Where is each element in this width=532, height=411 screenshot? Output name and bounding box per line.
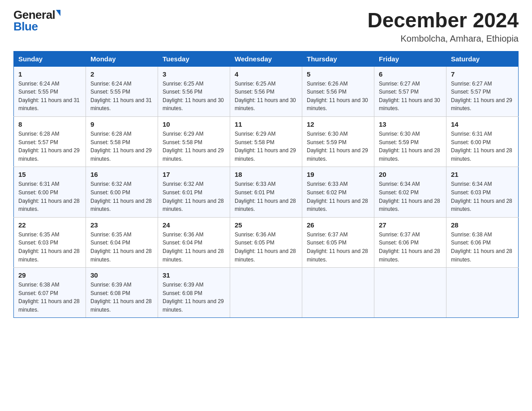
logo: General Blue [13, 9, 60, 32]
day-info: Sunrise: 6:28 AMSunset: 5:58 PMDaylight:… [90, 130, 153, 163]
calendar-cell: 12Sunrise: 6:30 AMSunset: 5:59 PMDayligh… [302, 116, 374, 167]
logo-general-text: General [13, 9, 55, 21]
calendar-cell: 29Sunrise: 6:38 AMSunset: 6:07 PMDayligh… [14, 268, 86, 318]
header-tuesday: Tuesday [158, 51, 230, 66]
day-info: Sunrise: 6:27 AMSunset: 5:57 PMDaylight:… [451, 80, 514, 113]
day-info: Sunrise: 6:37 AMSunset: 6:06 PMDaylight:… [379, 231, 442, 264]
calendar-cell [446, 268, 519, 318]
day-number: 5 [307, 70, 369, 78]
day-number: 6 [379, 70, 442, 78]
day-number: 8 [18, 120, 81, 128]
calendar-week-row: 15Sunrise: 6:31 AMSunset: 6:00 PMDayligh… [14, 167, 519, 217]
day-info: Sunrise: 6:27 AMSunset: 5:57 PMDaylight:… [379, 80, 442, 113]
calendar-cell: 6Sunrise: 6:27 AMSunset: 5:57 PMDaylight… [374, 66, 446, 116]
day-number: 12 [307, 120, 369, 128]
calendar-cell: 28Sunrise: 6:38 AMSunset: 6:06 PMDayligh… [446, 217, 519, 267]
calendar-cell: 21Sunrise: 6:34 AMSunset: 6:03 PMDayligh… [446, 167, 519, 217]
calendar-cell: 19Sunrise: 6:33 AMSunset: 6:02 PMDayligh… [302, 167, 374, 217]
calendar-cell: 5Sunrise: 6:26 AMSunset: 5:56 PMDaylight… [302, 66, 374, 116]
day-info: Sunrise: 6:29 AMSunset: 5:58 PMDaylight:… [163, 130, 225, 163]
calendar-cell: 11Sunrise: 6:29 AMSunset: 5:58 PMDayligh… [230, 116, 302, 167]
day-info: Sunrise: 6:34 AMSunset: 6:02 PMDaylight:… [379, 180, 442, 213]
calendar-cell: 13Sunrise: 6:30 AMSunset: 5:59 PMDayligh… [374, 116, 446, 167]
calendar-cell: 25Sunrise: 6:36 AMSunset: 6:05 PMDayligh… [230, 217, 302, 267]
day-info: Sunrise: 6:24 AMSunset: 5:55 PMDaylight:… [18, 80, 81, 113]
calendar-cell: 8Sunrise: 6:28 AMSunset: 5:57 PMDaylight… [14, 116, 86, 167]
calendar-cell: 4Sunrise: 6:25 AMSunset: 5:56 PMDaylight… [230, 66, 302, 116]
calendar-week-row: 22Sunrise: 6:35 AMSunset: 6:03 PMDayligh… [14, 217, 519, 267]
header-saturday: Saturday [446, 51, 519, 66]
day-info: Sunrise: 6:30 AMSunset: 5:59 PMDaylight:… [379, 130, 442, 163]
header-friday: Friday [374, 51, 446, 66]
day-number: 7 [451, 70, 514, 78]
day-info: Sunrise: 6:37 AMSunset: 6:05 PMDaylight:… [307, 231, 369, 264]
header-sunday: Sunday [14, 51, 86, 66]
day-number: 27 [379, 221, 442, 229]
day-number: 17 [163, 171, 225, 178]
calendar-cell: 15Sunrise: 6:31 AMSunset: 6:00 PMDayligh… [14, 167, 86, 217]
day-info: Sunrise: 6:36 AMSunset: 6:04 PMDaylight:… [163, 231, 225, 264]
calendar-week-row: 29Sunrise: 6:38 AMSunset: 6:07 PMDayligh… [14, 268, 519, 318]
day-number: 26 [307, 221, 369, 229]
header-monday: Monday [86, 51, 158, 66]
header-wednesday: Wednesday [230, 51, 302, 66]
calendar-cell: 16Sunrise: 6:32 AMSunset: 6:00 PMDayligh… [86, 167, 158, 217]
day-info: Sunrise: 6:38 AMSunset: 6:07 PMDaylight:… [18, 281, 81, 314]
calendar-cell [374, 268, 446, 318]
day-info: Sunrise: 6:31 AMSunset: 6:00 PMDaylight:… [451, 130, 514, 163]
calendar-cell: 17Sunrise: 6:32 AMSunset: 6:01 PMDayligh… [158, 167, 230, 217]
calendar-cell: 18Sunrise: 6:33 AMSunset: 6:01 PMDayligh… [230, 167, 302, 217]
day-info: Sunrise: 6:32 AMSunset: 6:01 PMDaylight:… [163, 180, 225, 213]
calendar-cell: 3Sunrise: 6:25 AMSunset: 5:56 PMDaylight… [158, 66, 230, 116]
calendar-cell: 31Sunrise: 6:39 AMSunset: 6:08 PMDayligh… [158, 268, 230, 318]
day-number: 23 [90, 221, 153, 229]
day-number: 16 [90, 171, 153, 178]
header-thursday: Thursday [302, 51, 374, 66]
day-number: 2 [90, 70, 153, 78]
day-info: Sunrise: 6:33 AMSunset: 6:01 PMDaylight:… [235, 180, 297, 213]
day-number: 14 [451, 120, 514, 128]
day-info: Sunrise: 6:36 AMSunset: 6:05 PMDaylight:… [235, 231, 297, 264]
day-info: Sunrise: 6:29 AMSunset: 5:58 PMDaylight:… [235, 130, 297, 163]
logo-triangle-icon [56, 10, 60, 16]
calendar-cell: 26Sunrise: 6:37 AMSunset: 6:05 PMDayligh… [302, 217, 374, 267]
day-info: Sunrise: 6:32 AMSunset: 6:00 PMDaylight:… [90, 180, 153, 213]
day-number: 19 [307, 171, 369, 178]
calendar-header-row: SundayMondayTuesdayWednesdayThursdayFrid… [14, 51, 519, 66]
day-info: Sunrise: 6:35 AMSunset: 6:03 PMDaylight:… [18, 231, 81, 264]
day-number: 15 [18, 171, 81, 178]
calendar-cell: 14Sunrise: 6:31 AMSunset: 6:00 PMDayligh… [446, 116, 519, 167]
day-info: Sunrise: 6:35 AMSunset: 6:04 PMDaylight:… [90, 231, 153, 264]
calendar-cell: 9Sunrise: 6:28 AMSunset: 5:58 PMDaylight… [86, 116, 158, 167]
day-number: 24 [163, 221, 225, 229]
day-number: 3 [163, 70, 225, 78]
month-year-title: December 2024 [367, 9, 519, 32]
day-info: Sunrise: 6:39 AMSunset: 6:08 PMDaylight:… [163, 281, 225, 314]
day-info: Sunrise: 6:34 AMSunset: 6:03 PMDaylight:… [451, 180, 514, 213]
day-info: Sunrise: 6:28 AMSunset: 5:57 PMDaylight:… [18, 130, 81, 163]
calendar-week-row: 1Sunrise: 6:24 AMSunset: 5:55 PMDaylight… [14, 66, 519, 116]
calendar-cell: 30Sunrise: 6:39 AMSunset: 6:08 PMDayligh… [86, 268, 158, 318]
day-number: 18 [235, 171, 297, 178]
calendar-cell: 22Sunrise: 6:35 AMSunset: 6:03 PMDayligh… [14, 217, 86, 267]
calendar-table: SundayMondayTuesdayWednesdayThursdayFrid… [13, 51, 519, 318]
day-number: 22 [18, 221, 81, 229]
page-header: General Blue December 2024 Kombolcha, Am… [13, 9, 519, 44]
day-info: Sunrise: 6:30 AMSunset: 5:59 PMDaylight:… [307, 130, 369, 163]
day-number: 28 [451, 221, 514, 229]
day-number: 25 [235, 221, 297, 229]
day-info: Sunrise: 6:38 AMSunset: 6:06 PMDaylight:… [451, 231, 514, 264]
day-info: Sunrise: 6:26 AMSunset: 5:56 PMDaylight:… [307, 80, 369, 113]
calendar-cell [302, 268, 374, 318]
calendar-cell: 23Sunrise: 6:35 AMSunset: 6:04 PMDayligh… [86, 217, 158, 267]
day-number: 20 [379, 171, 442, 178]
day-number: 10 [163, 120, 225, 128]
day-number: 21 [451, 171, 514, 178]
calendar-cell [230, 268, 302, 318]
day-number: 31 [163, 271, 225, 279]
calendar-cell: 7Sunrise: 6:27 AMSunset: 5:57 PMDaylight… [446, 66, 519, 116]
calendar-cell: 1Sunrise: 6:24 AMSunset: 5:55 PMDaylight… [14, 66, 86, 116]
day-number: 13 [379, 120, 442, 128]
calendar-week-row: 8Sunrise: 6:28 AMSunset: 5:57 PMDaylight… [14, 116, 519, 167]
day-number: 1 [18, 70, 81, 78]
